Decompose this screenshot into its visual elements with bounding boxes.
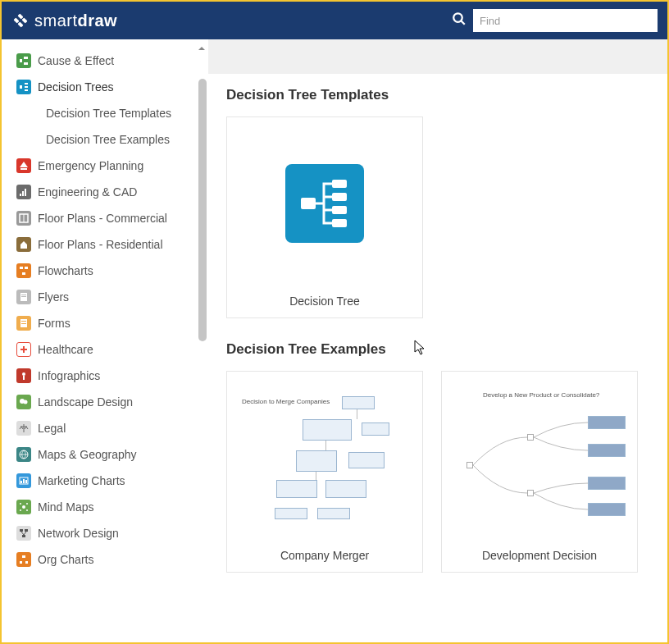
svg-rect-9	[20, 85, 22, 89]
svg-point-42	[20, 509, 21, 511]
sidebar-item-infographics[interactable]: Infographics	[2, 363, 208, 389]
emergency-icon	[16, 158, 31, 173]
landscape-icon	[16, 395, 31, 409]
sidebar-item-label: Flowcharts	[38, 264, 93, 277]
scrollbar-thumb[interactable]	[198, 79, 207, 341]
sidebar-item-emergency[interactable]: Emergency Planning	[2, 153, 208, 179]
floorplan-res-icon	[16, 237, 31, 252]
cause-effect-icon	[16, 53, 31, 68]
svg-rect-6	[20, 59, 22, 62]
svg-rect-54	[332, 219, 347, 227]
marketing-icon	[16, 473, 31, 488]
sidebar-item-floorplan-residential[interactable]: Floor Plans - Residential	[2, 231, 208, 258]
svg-rect-29	[20, 349, 27, 350]
example-card-development-decision[interactable]: Develop a New Product or Consolidate?	[441, 371, 638, 573]
legal-icon	[16, 421, 31, 436]
network-icon	[16, 526, 31, 541]
sidebar-item-label: Mind Maps	[38, 500, 93, 514]
svg-rect-49	[25, 561, 28, 564]
sidebar-item-label: Flyers	[38, 290, 69, 304]
section-title-templates: Decision Tree Templates	[226, 87, 649, 103]
flyer-icon	[16, 290, 31, 304]
sidebar-item-flyers[interactable]: Flyers	[2, 284, 208, 310]
svg-rect-31	[23, 376, 25, 380]
search-input[interactable]	[473, 9, 658, 32]
sidebar-item-label: Floor Plans - Residential	[38, 238, 163, 251]
svg-rect-7	[24, 57, 28, 59]
svg-point-41	[26, 503, 28, 505]
svg-rect-8	[24, 62, 28, 65]
sidebar-item-marketing[interactable]: Marketing Charts	[2, 468, 208, 494]
sidebar-item-network[interactable]: Network Design	[2, 520, 208, 546]
svg-point-43	[26, 509, 28, 511]
sidebar-item-landscape[interactable]: Landscape Design	[2, 389, 208, 415]
sidebar-item-engineering[interactable]: Engineering & CAD	[2, 179, 208, 205]
svg-point-30	[22, 372, 25, 376]
sidebar-item-label: Decision Trees	[38, 80, 114, 94]
svg-rect-2	[17, 13, 23, 19]
sidebar-item-floorplan-commercial[interactable]: Floor Plans - Commercial	[2, 205, 208, 231]
sidebar-item-decision-trees[interactable]: Decision Trees	[2, 74, 208, 100]
sidebar-item-label: Org Charts	[38, 553, 93, 566]
svg-rect-21	[22, 272, 25, 275]
sidebar-item-label: Marketing Charts	[38, 474, 125, 487]
svg-rect-12	[25, 89, 28, 91]
svg-rect-48	[20, 561, 22, 564]
svg-rect-24	[21, 296, 26, 297]
example-card-company-merger[interactable]: Decision to Merge Companies	[226, 371, 423, 573]
flowchart-icon	[16, 263, 31, 278]
card-preview: Decision to Merge Companies	[227, 372, 422, 544]
svg-rect-44	[20, 529, 23, 532]
card-preview: Develop a New Product or Consolidate?	[442, 372, 637, 544]
svg-rect-14	[20, 194, 21, 196]
app-header: smartdraw	[2, 2, 667, 39]
svg-rect-51	[332, 180, 347, 188]
svg-rect-13	[20, 168, 27, 170]
sidebar-item-maps[interactable]: Maps & Geography	[2, 441, 208, 468]
brand-logo[interactable]: smartdraw	[11, 11, 117, 30]
scroll-up-arrow-icon[interactable]	[198, 41, 206, 49]
svg-rect-36	[20, 481, 22, 483]
orgchart-icon	[16, 552, 31, 567]
search-icon[interactable]	[452, 11, 466, 30]
sidebar-item-flowcharts[interactable]: Flowcharts	[2, 258, 208, 284]
svg-rect-47	[22, 555, 25, 558]
mindmap-icon	[16, 500, 31, 514]
svg-rect-37	[23, 479, 25, 483]
smartdraw-logo-icon	[11, 11, 30, 30]
svg-rect-53	[332, 206, 347, 214]
infographic-icon	[16, 368, 31, 383]
svg-rect-1	[21, 17, 27, 23]
card-label: Decision Tree	[289, 295, 360, 308]
sidebar-item-orgcharts[interactable]: Org Charts	[2, 546, 208, 573]
form-icon	[16, 316, 31, 331]
decision-tree-large-icon	[285, 164, 364, 243]
healthcare-icon	[16, 342, 31, 357]
map-icon	[16, 447, 31, 462]
svg-point-4	[453, 13, 462, 22]
sidebar-sub-templates[interactable]: Decision Tree Templates	[2, 100, 208, 126]
sidebar-sub-examples[interactable]: Decision Tree Examples	[2, 126, 208, 153]
sidebar-item-forms[interactable]: Forms	[2, 310, 208, 336]
sidebar-item-healthcare[interactable]: Healthcare	[2, 336, 208, 363]
engineering-icon	[16, 185, 31, 199]
svg-rect-26	[21, 321, 26, 322]
search-bar	[452, 9, 658, 32]
svg-rect-52	[332, 193, 347, 201]
svg-rect-15	[22, 191, 24, 196]
decision-tree-icon	[16, 80, 31, 94]
svg-rect-50	[301, 198, 316, 209]
svg-rect-16	[25, 189, 26, 196]
svg-point-39	[22, 505, 25, 509]
template-card-decision-tree[interactable]: Decision Tree	[226, 116, 423, 318]
main-content: Decision Tree Templates	[208, 39, 667, 642]
sidebar-item-legal[interactable]: Legal	[2, 415, 208, 441]
section-title-examples: Decision Tree Examples	[226, 341, 649, 358]
card-label: Development Decision	[482, 549, 597, 562]
sidebar-item-mindmaps[interactable]: Mind Maps	[2, 494, 208, 520]
sidebar-item-cause-effect[interactable]: Cause & Effect	[2, 48, 208, 74]
svg-rect-27	[21, 323, 26, 324]
svg-rect-10	[25, 83, 28, 84]
category-sidebar[interactable]: Cause & Effect Decision Trees Decision T…	[2, 39, 208, 642]
sidebar-item-label: Emergency Planning	[38, 159, 143, 172]
